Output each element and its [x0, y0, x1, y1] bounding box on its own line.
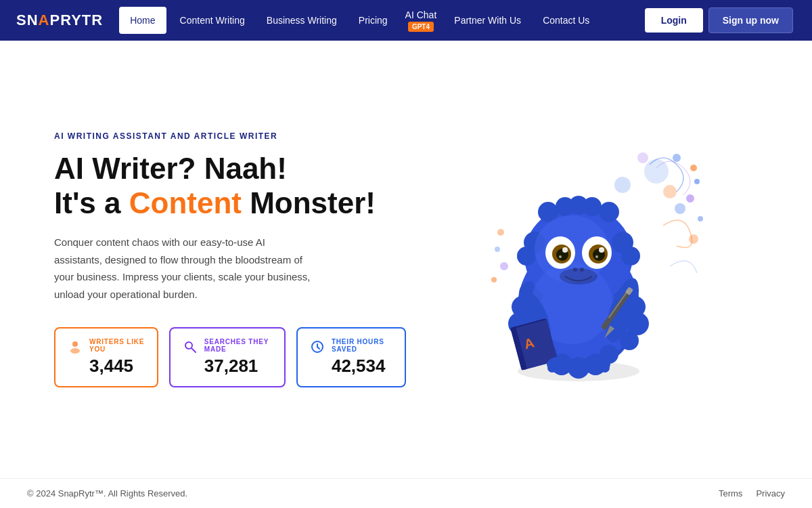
svg-point-38 — [621, 247, 640, 266]
stat-content-writers: WRITERS LIKE YOU 3,445 — [89, 338, 145, 377]
svg-point-54 — [559, 255, 562, 258]
nav-item-content-writing[interactable]: Content Writing — [169, 0, 256, 41]
svg-point-12 — [690, 165, 697, 171]
svg-point-77 — [497, 229, 504, 236]
stat-content-searches: SEARCHES THEY MADE 37,281 — [204, 338, 272, 377]
ai-chat-label: AI Chat — [405, 9, 437, 20]
nav-right: Login Sign up now — [642, 0, 796, 41]
hours-icon — [310, 339, 325, 358]
svg-point-55 — [595, 255, 598, 258]
svg-point-79 — [500, 262, 508, 270]
svg-point-17 — [698, 216, 703, 221]
logo[interactable]: SNAPRYTR — [16, 0, 116, 41]
svg-point-53 — [599, 247, 604, 253]
svg-point-14 — [686, 194, 694, 203]
searches-icon — [183, 339, 198, 358]
nav-item-partner[interactable]: Partner With Us — [443, 0, 532, 41]
svg-point-43 — [599, 202, 619, 222]
nav-item-pricing[interactable]: Pricing — [348, 0, 399, 41]
stat-value-hours: 42,534 — [332, 356, 392, 377]
svg-point-1 — [70, 348, 80, 354]
svg-point-9 — [637, 152, 648, 163]
stat-card-writers: WRITERS LIKE YOU 3,445 — [54, 327, 158, 387]
nav-links: Home Content Writing Business Writing Pr… — [116, 0, 641, 41]
navbar: SNAPRYTR Home Content Writing Business W… — [0, 0, 812, 41]
svg-point-7 — [644, 159, 669, 184]
nav-item-home[interactable]: Home — [119, 7, 166, 34]
gpt4-badge: GPT4 — [408, 22, 434, 32]
signup-button[interactable]: Sign up now — [708, 7, 793, 33]
svg-point-57 — [573, 268, 577, 272]
svg-point-58 — [580, 268, 584, 272]
main-content: AI WRITING ASSISTANT AND ARTICLE WRITER … — [0, 41, 812, 478]
svg-line-3 — [191, 348, 196, 352]
hero-right: A — [406, 124, 758, 395]
nav-item-business-writing[interactable]: Business Writing — [256, 0, 348, 41]
svg-point-8 — [663, 185, 677, 198]
stat-card-hours: THEIR HOURS SAVED 42,534 — [296, 327, 406, 387]
svg-point-73 — [566, 364, 576, 373]
svg-point-13 — [694, 179, 700, 184]
hero-left: AI WRITING ASSISTANT AND ARTICLE WRITER … — [54, 131, 406, 387]
svg-point-0 — [72, 341, 78, 347]
svg-point-36 — [517, 247, 536, 266]
hero-title-line1: AI Writer? Naah! — [54, 152, 287, 185]
svg-point-75 — [591, 366, 600, 375]
svg-point-52 — [562, 247, 568, 253]
svg-point-10 — [673, 154, 681, 162]
stat-value-searches: 37,281 — [204, 356, 272, 377]
svg-line-6 — [317, 347, 319, 349]
writers-icon — [68, 339, 83, 358]
stat-card-searches: SEARCHES THEY MADE 37,281 — [169, 327, 286, 387]
stats-row: WRITERS LIKE YOU 3,445 SEARCHES THEY MAD… — [54, 327, 406, 387]
svg-point-16 — [689, 234, 698, 244]
stat-content-hours: THEIR HOURS SAVED 42,534 — [332, 338, 392, 377]
svg-point-78 — [495, 247, 500, 252]
hero-description: Conquer content chaos with our easy-to-u… — [54, 234, 311, 303]
hero-title-line2-after: Monster! — [242, 186, 376, 219]
footer-links: Terms Privacy — [719, 488, 785, 499]
stat-label-hours: THEIR HOURS SAVED — [332, 338, 392, 353]
svg-point-71 — [547, 363, 557, 373]
nav-item-contact[interactable]: Contact Us — [532, 0, 600, 41]
hero-title: AI Writer? Naah! It's a Content Monster! — [54, 152, 406, 220]
svg-point-72 — [557, 366, 566, 375]
footer: © 2024 SnapRytr™. All Rights Reserved. T… — [0, 478, 812, 508]
nav-item-ai-chat[interactable]: AI Chat GPT4 — [399, 0, 444, 41]
monster-illustration: A — [460, 131, 704, 388]
stat-label-writers: WRITERS LIKE YOU — [89, 338, 145, 353]
hero-title-highlight: Content — [129, 186, 242, 219]
stat-label-searches: SEARCHES THEY MADE — [204, 338, 272, 353]
footer-terms-link[interactable]: Terms — [719, 488, 742, 499]
svg-point-11 — [614, 177, 631, 193]
svg-point-74 — [581, 364, 591, 373]
footer-privacy-link[interactable]: Privacy — [756, 488, 785, 499]
footer-copyright: © 2024 SnapRytr™. All Rights Reserved. — [27, 488, 187, 499]
svg-point-80 — [491, 277, 497, 282]
hero-title-line2-before: It's a — [54, 186, 129, 219]
login-button[interactable]: Login — [645, 8, 703, 33]
svg-point-42 — [583, 197, 602, 216]
svg-point-15 — [675, 203, 685, 214]
stat-value-writers: 3,445 — [89, 356, 145, 377]
logo-text: SNAPRYTR — [16, 12, 103, 29]
hero-subtitle: AI WRITING ASSISTANT AND ARTICLE WRITER — [54, 131, 406, 141]
svg-point-76 — [600, 363, 610, 373]
